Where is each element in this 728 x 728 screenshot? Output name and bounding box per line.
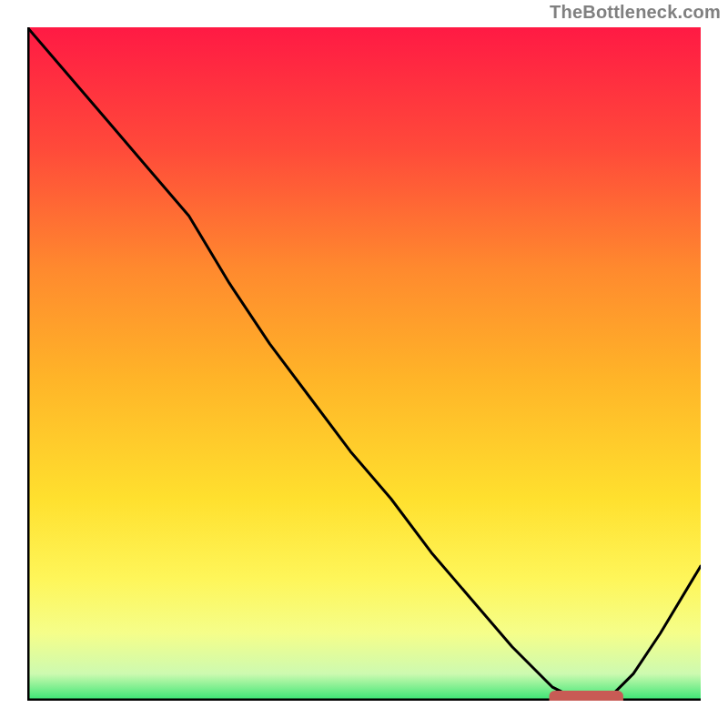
chart-container: TheBottleneck.com <box>0 0 728 728</box>
plot-area <box>27 27 701 701</box>
heat-gradient-background <box>27 27 701 701</box>
attribution-label: TheBottleneck.com <box>550 2 721 23</box>
